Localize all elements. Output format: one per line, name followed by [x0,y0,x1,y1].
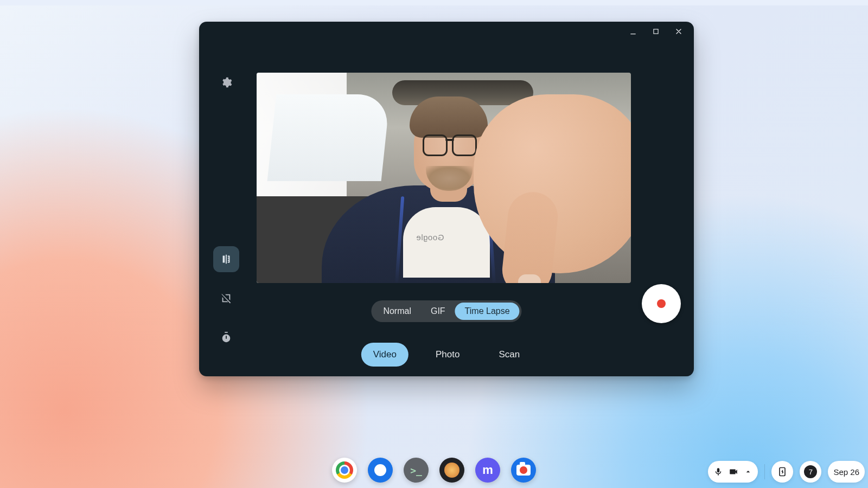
mirror-toggle[interactable] [213,246,239,272]
tray-separator [764,464,765,479]
camera-sidebar [211,69,241,363]
notifications-count: 7 [804,465,817,478]
titlebar [199,22,694,41]
terminal-icon: >_ [410,465,422,476]
dock-mastodon[interactable]: m [475,458,500,483]
submode-gif[interactable]: GIF [421,303,455,320]
camera-preview-image: Google [257,73,631,283]
chrome-icon [336,461,353,479]
timer-toggle[interactable] [213,324,239,350]
timer-icon [220,331,232,343]
minimize-button[interactable] [626,24,641,39]
phone-hub-icon [777,466,788,477]
video-submode-segmented: Normal GIF Time Lapse [371,300,521,322]
tab-video[interactable]: Video [361,343,409,367]
shelf: >_ m [0,448,868,488]
dock-terminal[interactable]: >_ [404,458,429,483]
svg-rect-0 [654,29,658,34]
date-button[interactable]: Sep 26 [828,461,865,483]
grid-off-icon [220,292,232,304]
submode-timelapse[interactable]: Time Lapse [455,303,520,320]
mastodon-icon: m [482,463,493,477]
gear-icon [220,76,232,88]
quick-settings-button[interactable] [708,461,758,483]
camera-icon [516,465,531,476]
notifications-button[interactable]: 7 [800,461,821,483]
camera-app-window: Google N [199,22,694,376]
app-icon [444,463,459,478]
capture-mode-tabs: Video Photo Scan [361,343,532,367]
files-icon [374,464,386,476]
maximize-button[interactable] [648,24,663,39]
settings-button[interactable] [213,69,239,95]
shelf-app-dock: >_ m [332,458,536,483]
record-button[interactable] [642,284,681,323]
tab-scan[interactable]: Scan [487,343,532,367]
dictation-icon [713,467,723,477]
dock-app-4[interactable] [439,458,464,483]
chevron-up-icon [744,467,752,476]
grid-toggle[interactable] [213,285,239,311]
shirt-logo-text: Google [416,233,444,242]
screencast-icon [729,467,738,477]
record-icon [657,299,666,308]
submode-normal[interactable]: Normal [373,303,421,320]
dock-chrome[interactable] [332,458,357,483]
desktop: Google N [0,0,868,488]
dock-files[interactable] [368,458,393,483]
dock-camera[interactable] [511,458,536,483]
camera-viewfinder: Google [257,73,631,283]
shelf-status-area: 7 Sep 26 [708,461,868,483]
app-body: Google N [199,41,694,376]
date-label: Sep 26 [833,467,859,477]
mirror-icon [220,253,232,265]
phone-hub-button[interactable] [771,461,793,483]
close-button[interactable] [671,24,686,39]
tab-photo[interactable]: Photo [424,343,471,367]
